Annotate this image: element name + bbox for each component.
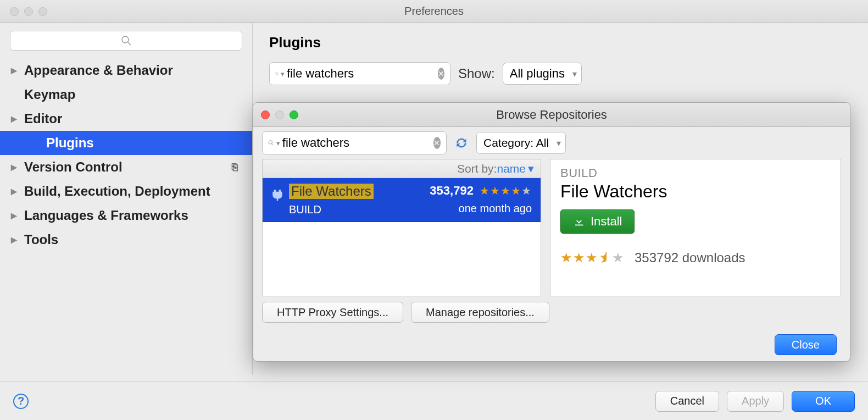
dialog-bottom-buttons: HTTP Proxy Settings... Manage repositori… — [253, 296, 850, 328]
dialog-title: Browse Repositories — [496, 108, 607, 122]
plugin-name: File Watchers — [289, 184, 374, 199]
repo-search[interactable]: ▾ ✕ — [262, 131, 447, 154]
apply-button[interactable]: Apply — [727, 391, 784, 412]
sidebar-item-label: Build, Execution, Deployment — [24, 184, 210, 199]
rating-stars-icon: ★★★★★ — [480, 185, 532, 197]
preferences-footer: ? Cancel Apply OK — [0, 382, 868, 420]
refresh-button[interactable] — [453, 135, 470, 151]
svg-line-5 — [272, 144, 274, 146]
sidebar-item-editor[interactable]: ▶Editor — [0, 107, 252, 131]
search-icon — [275, 69, 279, 79]
repo-search-input[interactable] — [282, 136, 433, 150]
minimize-window-icon[interactable] — [24, 7, 33, 16]
help-button[interactable]: ? — [13, 394, 29, 409]
sidebar-search-input[interactable] — [10, 31, 242, 51]
close-button[interactable]: Close — [775, 334, 837, 355]
sidebar-item-keymap[interactable]: ▶Keymap — [0, 82, 252, 107]
sort-bar[interactable]: Sort by: name ▾ — [263, 159, 541, 178]
sidebar-item-plugins[interactable]: ▶Plugins — [0, 131, 252, 155]
svg-point-0 — [122, 36, 129, 43]
sidebar-item-label: Tools — [24, 232, 58, 247]
plugin-icon — [269, 184, 289, 216]
minimize-dialog-icon[interactable] — [275, 110, 284, 119]
plugin-age: one month ago — [430, 202, 532, 215]
download-icon — [573, 215, 585, 228]
sidebar-item-label: Version Control — [24, 159, 123, 175]
dialog-footer: Close — [253, 328, 850, 361]
refresh-icon — [454, 136, 469, 150]
svg-line-1 — [128, 42, 131, 45]
svg-line-3 — [277, 74, 279, 75]
sidebar-item-label: Editor — [24, 111, 62, 126]
clear-search-icon[interactable]: ✕ — [438, 68, 444, 80]
detail-name: File Watchers — [560, 181, 831, 202]
plugins-search-input[interactable] — [287, 67, 438, 81]
show-label: Show: — [458, 66, 495, 81]
window-titlebar: Preferences — [0, 0, 868, 23]
sort-value: name — [497, 162, 526, 175]
sidebar-item-build[interactable]: ▶Build, Execution, Deployment — [0, 179, 252, 203]
plugins-list: Sort by: name ▾ File Watchers BUILD 353,… — [262, 159, 541, 296]
filter-row: ▾ ✕ Show: All plugins — [269, 62, 852, 85]
http-proxy-button[interactable]: HTTP Proxy Settings... — [262, 302, 403, 323]
dialog-window-controls — [253, 110, 298, 119]
browse-repositories-dialog: Browse Repositories ▾ ✕ Category: All So… — [253, 102, 850, 362]
sidebar-items: ▶Appearance & Behavior ▶Keymap ▶Editor ▶… — [0, 58, 252, 252]
sidebar-item-label: Languages & Frameworks — [24, 208, 188, 223]
window-title: Preferences — [404, 5, 464, 18]
sort-arrow-icon: ▾ — [528, 162, 534, 175]
plugin-meta: 353,792 ★★★★★ one month ago — [430, 184, 532, 216]
show-option: All plugins — [510, 67, 565, 81]
clear-search-icon[interactable]: ✕ — [433, 137, 441, 149]
cancel-button[interactable]: Cancel — [655, 391, 719, 412]
detail-category: BUILD — [560, 166, 831, 180]
close-window-icon[interactable] — [10, 7, 19, 16]
sidebar-item-languages[interactable]: ▶Languages & Frameworks — [0, 203, 252, 228]
plugin-list-item[interactable]: File Watchers BUILD 353,792 ★★★★★ one mo… — [263, 178, 541, 222]
svg-point-4 — [269, 141, 272, 144]
sidebar-item-appearance[interactable]: ▶Appearance & Behavior — [0, 58, 252, 82]
dialog-toolbar: ▾ ✕ Category: All — [253, 127, 850, 159]
install-label: Install — [591, 214, 622, 229]
window-controls — [0, 7, 47, 16]
sidebar-item-label: Keymap — [24, 87, 75, 102]
dialog-titlebar: Browse Repositories — [253, 103, 850, 127]
plugins-search[interactable]: ▾ ✕ — [269, 62, 450, 85]
category-label: Category: All — [483, 136, 549, 150]
sidebar-item-tools[interactable]: ▶Tools — [0, 228, 252, 252]
sidebar-item-label: Plugins — [46, 135, 94, 151]
show-dropdown[interactable]: All plugins — [503, 63, 582, 85]
project-scope-icon: ⎘ — [232, 162, 241, 173]
plugin-detail: BUILD File Watchers Install ★★★⯨★ 353792… — [550, 159, 841, 296]
page-title: Plugins — [269, 34, 852, 51]
search-icon — [268, 138, 274, 148]
sort-prefix: Sort by: — [457, 162, 497, 175]
close-dialog-icon[interactable] — [261, 110, 270, 119]
sidebar-item-label: Appearance & Behavior — [24, 63, 173, 78]
manage-repositories-button[interactable]: Manage repositories... — [411, 302, 549, 323]
detail-stats: ★★★⯨★ 353792 downloads — [560, 250, 831, 266]
dialog-body: Sort by: name ▾ File Watchers BUILD 353,… — [253, 159, 850, 296]
plugin-info: File Watchers BUILD — [289, 184, 430, 216]
zoom-dialog-icon[interactable] — [290, 110, 298, 119]
preferences-sidebar: ▶Appearance & Behavior ▶Keymap ▶Editor ▶… — [0, 23, 253, 375]
category-dropdown[interactable]: Category: All — [476, 132, 566, 154]
sidebar-item-version-control[interactable]: ▶Version Control⎘ — [0, 155, 252, 179]
plugin-category: BUILD — [289, 203, 430, 216]
rating-stars-icon: ★★★⯨★ — [560, 250, 625, 266]
ok-button[interactable]: OK — [792, 391, 855, 412]
downloads-line: 353792 downloads — [635, 250, 745, 266]
svg-point-2 — [276, 73, 278, 75]
zoom-window-icon[interactable] — [38, 7, 47, 16]
download-count: 353,792 — [430, 184, 474, 197]
search-icon — [121, 35, 132, 46]
install-button[interactable]: Install — [560, 209, 635, 234]
